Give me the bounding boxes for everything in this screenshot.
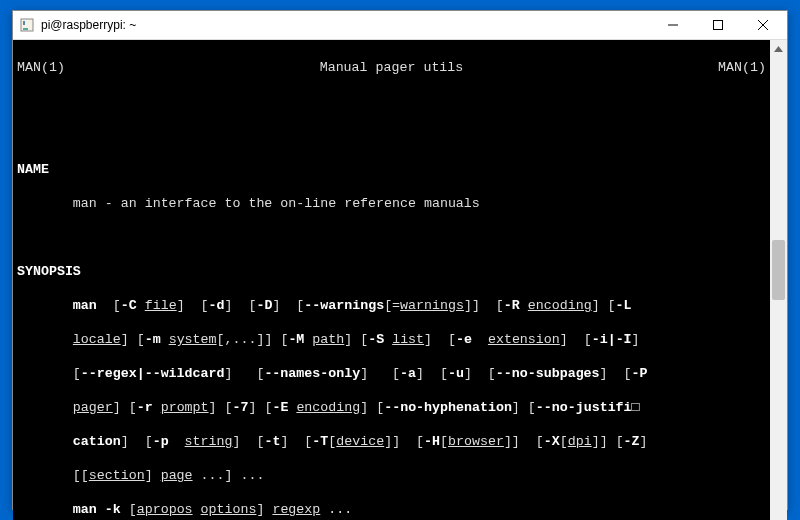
name-line: man - an interface to the on-line refere… bbox=[17, 195, 766, 212]
synopsis-line: man [-C file] [-d] [-D] [--warnings[=war… bbox=[17, 297, 766, 314]
header-right: MAN(1) bbox=[718, 59, 766, 76]
synopsis-line: [[section] page ...] ... bbox=[17, 467, 766, 484]
synopsis-line: cation] [-p string] [-t] [-T[device]] [-… bbox=[17, 433, 766, 450]
terminal-content[interactable]: MAN(1)Manual pager utilsMAN(1) NAME man … bbox=[13, 40, 770, 520]
scroll-thumb[interactable] bbox=[772, 240, 785, 300]
synopsis-line: pager] [-r prompt] [-7] [-E encoding] [-… bbox=[17, 399, 766, 416]
window-button-group bbox=[650, 11, 785, 39]
synopsis-line: locale] [-m system[,...]] [-M path] [-S … bbox=[17, 331, 766, 348]
synopsis-line: man -k [apropos options] regexp ... bbox=[17, 501, 766, 518]
scrollbar[interactable] bbox=[770, 40, 787, 520]
svg-rect-2 bbox=[23, 21, 25, 25]
section-heading-synopsis: SYNOPSIS bbox=[17, 263, 766, 280]
header-center: Manual pager utils bbox=[65, 59, 718, 76]
close-button[interactable] bbox=[740, 11, 785, 39]
terminal-window: pi@raspberrypi: ~ MAN(1)Manual pager uti… bbox=[12, 10, 788, 510]
svg-rect-3 bbox=[713, 21, 722, 30]
minimize-button[interactable] bbox=[650, 11, 695, 39]
app-icon bbox=[19, 17, 35, 33]
blank-line bbox=[17, 93, 766, 110]
blank-line bbox=[17, 127, 766, 144]
maximize-button[interactable] bbox=[695, 11, 740, 39]
scroll-up-arrow[interactable] bbox=[770, 40, 787, 57]
terminal-wrap: MAN(1)Manual pager utilsMAN(1) NAME man … bbox=[13, 40, 787, 520]
window-title: pi@raspberrypi: ~ bbox=[41, 18, 650, 32]
man-header: MAN(1)Manual pager utilsMAN(1) bbox=[17, 59, 766, 76]
section-heading-name: NAME bbox=[17, 161, 766, 178]
blank-line bbox=[17, 229, 766, 246]
synopsis-line: [--regex|--wildcard] [--names-only] [-a]… bbox=[17, 365, 766, 382]
svg-rect-1 bbox=[23, 28, 28, 30]
title-bar[interactable]: pi@raspberrypi: ~ bbox=[13, 11, 787, 40]
header-left: MAN(1) bbox=[17, 59, 65, 76]
